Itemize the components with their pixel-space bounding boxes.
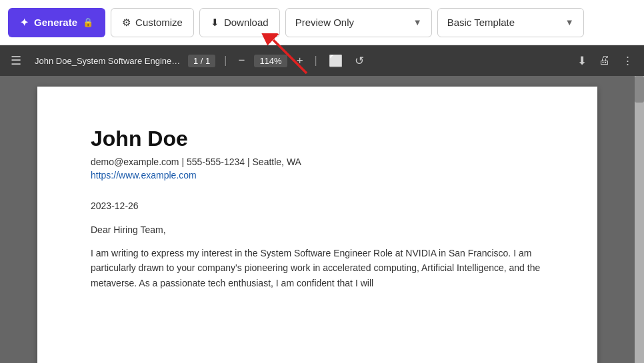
generate-label: Generate	[34, 17, 77, 28]
download-label: Download	[224, 17, 269, 28]
separator: |	[224, 55, 227, 67]
zoom-out-icon[interactable]: −	[235, 52, 247, 69]
letter-date: 2023-12-26	[91, 200, 544, 211]
magic-icon: ✦	[20, 17, 29, 29]
customize-button[interactable]: ⚙ Customize	[111, 8, 194, 37]
preview-only-label: Preview Only	[295, 17, 354, 28]
pdf-title: John Doe_System Software Engineer...	[35, 56, 181, 66]
scrollbar-thumb[interactable]	[635, 76, 644, 103]
separator-2: |	[315, 55, 317, 67]
rotate-icon[interactable]: ↺	[352, 52, 367, 70]
preview-only-dropdown[interactable]: Preview Only ▼	[285, 8, 432, 37]
download-icon: ⬇	[211, 17, 219, 29]
pdf-content-area: John Doe demo@example.com | 555-555-1234…	[0, 76, 644, 363]
chevron-down-icon: ▼	[565, 17, 574, 27]
chevron-down-icon: ▼	[413, 17, 422, 27]
pdf-more-icon[interactable]: ⋮	[619, 52, 636, 70]
letter-link[interactable]: https://www.example.com	[91, 170, 544, 181]
pdf-toolbar: ☰ John Doe_System Software Engineer... 1…	[0, 45, 644, 76]
zoom-in-icon[interactable]: +	[294, 52, 306, 69]
hamburger-icon[interactable]: ☰	[8, 51, 24, 70]
letter-contact: demo@example.com | 555-555-1234 | Seattl…	[91, 157, 544, 167]
main-toolbar: ✦ Generate 🔒 ⚙ Customize ⬇ Download Prev…	[0, 0, 644, 45]
pdf-right-icons: ⬇ 🖨 ⋮	[575, 52, 636, 70]
pdf-page: John Doe demo@example.com | 555-555-1234…	[37, 87, 597, 363]
generate-button[interactable]: ✦ Generate 🔒	[8, 8, 105, 37]
basic-template-label: Basic Template	[447, 17, 515, 28]
zoom-level: 114%	[254, 55, 287, 67]
lock-icon: 🔒	[83, 17, 93, 27]
letter-salutation: Dear Hiring Team,	[91, 224, 544, 235]
fit-page-icon[interactable]: ⬜	[326, 52, 345, 70]
customize-label: Customize	[135, 17, 183, 28]
letter-body: I am writing to express my interest in t…	[91, 246, 544, 290]
pdf-download-icon[interactable]: ⬇	[575, 52, 589, 70]
contact-separator-1: | 555-555-1234 | Seattle, WA	[181, 157, 301, 167]
contact-email: demo@example.com	[91, 157, 179, 167]
pdf-print-icon[interactable]: 🖨	[596, 52, 613, 69]
gear-icon: ⚙	[122, 17, 131, 29]
letter-name: John Doe	[91, 127, 544, 151]
scrollbar[interactable]	[635, 76, 644, 363]
download-button[interactable]: ⬇ Download	[199, 8, 280, 37]
pdf-pages: 1 / 1	[188, 55, 215, 67]
basic-template-dropdown[interactable]: Basic Template ▼	[437, 8, 584, 37]
